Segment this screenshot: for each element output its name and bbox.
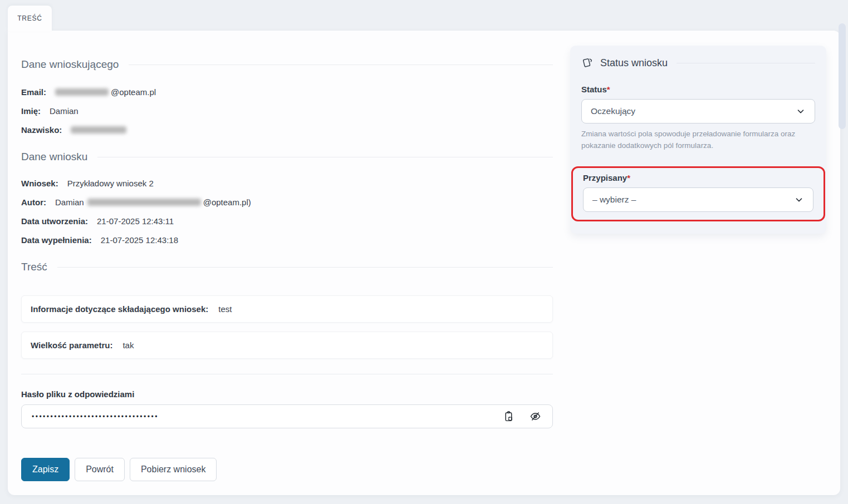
content-field-label: Wielkość parametru: bbox=[31, 340, 112, 350]
assigned-highlight-box: Przypisany* – wybierz – bbox=[571, 166, 825, 221]
redacted-last-name bbox=[71, 126, 126, 134]
redacted-autor-email bbox=[87, 199, 201, 206]
divider bbox=[21, 374, 553, 374]
status-panel-header: Status wniosku bbox=[581, 57, 815, 69]
password-field-wrapper bbox=[21, 404, 553, 428]
clipboard-copy-icon bbox=[503, 411, 514, 422]
section-content-header: Treść bbox=[21, 261, 553, 273]
filled-label: Data wypełnienia: bbox=[21, 234, 92, 246]
back-button[interactable]: Powrót bbox=[75, 458, 125, 481]
content-field-row: Informacje dotyczące składającego wniose… bbox=[21, 295, 553, 323]
tab-tresc-label: TREŚĆ bbox=[17, 14, 42, 22]
assigned-select[interactable]: – wybierz – bbox=[583, 187, 813, 212]
download-request-button[interactable]: Pobierz wniosek bbox=[130, 458, 217, 481]
section-request-header: Dane wniosku bbox=[21, 151, 553, 163]
assigned-select-value: – wybierz – bbox=[592, 195, 636, 205]
autor-label: Autor: bbox=[21, 196, 46, 208]
status-select-value: Oczekujący bbox=[591, 106, 635, 116]
save-button[interactable]: Zapisz bbox=[21, 458, 70, 481]
content-field-label: Informacje dotyczące składającego wniose… bbox=[31, 304, 208, 314]
wniosek-value: Przykładowy wniosek 2 bbox=[67, 177, 154, 189]
row-email: Email: @opteam.pl bbox=[21, 86, 553, 98]
email-suffix: @opteam.pl bbox=[111, 86, 156, 98]
form-card: Dane wnioskującego Email: @opteam.pl Imi… bbox=[8, 31, 840, 495]
row-wniosek: Wniosek: Przykładowy wniosek 2 bbox=[21, 177, 553, 189]
password-input[interactable] bbox=[22, 413, 499, 421]
row-created: Data utworzenia: 21-07-2025 12:43:11 bbox=[21, 215, 553, 227]
status-helper-text: Zmiana wartości pola spowoduje przeładow… bbox=[581, 129, 815, 152]
status-label: Status* bbox=[581, 85, 815, 94]
chevron-down-icon bbox=[794, 195, 804, 205]
eye-off-icon bbox=[530, 411, 541, 422]
autor-suffix: @opteam.pl) bbox=[203, 196, 251, 208]
chevron-down-icon bbox=[796, 106, 806, 116]
cards-icon bbox=[581, 57, 594, 69]
assigned-label: Przypisany* bbox=[583, 173, 813, 182]
wniosek-label: Wniosek: bbox=[21, 177, 58, 189]
required-asterisk: * bbox=[627, 173, 630, 182]
status-select[interactable]: Oczekujący bbox=[581, 99, 815, 123]
section-applicant-title: Dane wnioskującego bbox=[21, 58, 119, 71]
email-label: Email: bbox=[21, 86, 46, 98]
last-name-label: Nazwisko: bbox=[21, 124, 62, 136]
main-column: Dane wnioskującego Email: @opteam.pl Imi… bbox=[21, 31, 553, 481]
row-filled: Data wypełnienia: 21-07-2025 12:43:18 bbox=[21, 234, 553, 246]
content-field-row: Wielkość parametru: tak bbox=[21, 332, 553, 359]
password-label: Hasło pliku z odpowiedziami bbox=[21, 389, 553, 399]
created-label: Data utworzenia: bbox=[21, 215, 88, 227]
section-request-title: Dane wniosku bbox=[21, 151, 87, 163]
row-autor: Autor: Damian @opteam.pl) bbox=[21, 196, 553, 208]
required-asterisk: * bbox=[607, 85, 610, 94]
autor-prefix: Damian bbox=[55, 196, 84, 208]
status-panel-title: Status wniosku bbox=[600, 57, 668, 69]
row-first-name: Imię: Damian bbox=[21, 105, 553, 117]
section-divider bbox=[57, 267, 553, 268]
status-panel: Status wniosku Status* Oczekujący Zmiana… bbox=[570, 46, 826, 234]
section-divider bbox=[97, 157, 553, 157]
content-field-value: test bbox=[218, 304, 232, 314]
toggle-password-visibility-button[interactable] bbox=[526, 407, 545, 426]
first-name-label: Imię: bbox=[21, 105, 41, 117]
first-name-value: Damian bbox=[50, 105, 79, 117]
section-applicant-header: Dane wnioskującego bbox=[21, 58, 553, 71]
copy-to-clipboard-button[interactable] bbox=[499, 407, 518, 426]
created-value: 21-07-2025 12:43:11 bbox=[97, 215, 174, 227]
redacted-email bbox=[55, 88, 109, 96]
filled-value: 21-07-2025 12:43:18 bbox=[101, 234, 178, 246]
panel-divider bbox=[677, 63, 815, 63]
content-field-value: tak bbox=[122, 340, 134, 350]
row-last-name: Nazwisko: bbox=[21, 124, 553, 136]
section-content-title: Treść bbox=[21, 261, 47, 273]
section-divider bbox=[129, 65, 553, 65]
scrollbar-thumb[interactable] bbox=[839, 23, 846, 129]
tab-tresc[interactable]: TREŚĆ bbox=[8, 6, 52, 31]
